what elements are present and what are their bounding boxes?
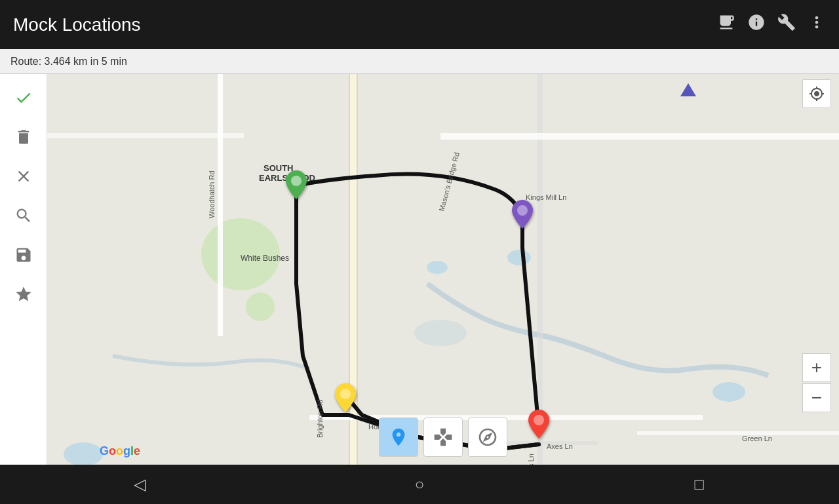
main-area: SOUTH EARLSWOOD White Bushes Kings Mill … xyxy=(0,74,839,465)
svg-point-3 xyxy=(507,250,531,265)
svg-point-5 xyxy=(712,382,745,402)
search-button[interactable] xyxy=(5,197,42,234)
svg-rect-13 xyxy=(47,133,244,138)
start-pin[interactable] xyxy=(286,170,307,202)
svg-point-4 xyxy=(427,261,448,274)
svg-text:White Bushes: White Bushes xyxy=(241,254,289,263)
svg-text:Axes Ln: Axes Ln xyxy=(547,442,573,450)
svg-point-33 xyxy=(534,415,544,425)
svg-text:Brighton Rd: Brighton Rd xyxy=(316,400,324,438)
zoom-in-button[interactable]: + xyxy=(802,353,831,382)
map-view[interactable]: SOUTH EARLSWOOD White Bushes Kings Mill … xyxy=(47,74,839,465)
svg-point-30 xyxy=(291,176,302,186)
topbar-icons xyxy=(717,13,826,36)
waypoint-pin-purple[interactable] xyxy=(512,200,533,231)
mode-buttons xyxy=(379,417,507,457)
google-logo: Google xyxy=(100,444,140,458)
home-button[interactable]: ○ xyxy=(400,465,439,504)
svg-text:Pickets Ln: Pickets Ln xyxy=(527,454,535,465)
svg-point-31 xyxy=(517,205,528,216)
clear-button[interactable] xyxy=(5,158,42,195)
save-button[interactable] xyxy=(5,237,42,273)
waypoint-pin-yellow[interactable] xyxy=(335,383,356,415)
app-title: Mock Locations xyxy=(13,14,717,35)
svg-rect-10 xyxy=(218,74,223,336)
bottom-nav-bar: ◁ ○ □ xyxy=(0,465,839,504)
location-mode-button[interactable] xyxy=(379,417,418,457)
recents-button[interactable]: □ xyxy=(680,465,719,504)
route-info-bar: Route: 3.464 km in 5 min xyxy=(0,49,839,74)
svg-rect-15 xyxy=(637,431,839,435)
compass-mode-button[interactable] xyxy=(468,417,507,457)
more-icon[interactable] xyxy=(808,13,826,36)
svg-text:Green Ln: Green Ln xyxy=(742,435,772,442)
favorite-button[interactable] xyxy=(5,276,42,313)
end-pin[interactable] xyxy=(528,410,549,441)
zoom-out-button[interactable]: − xyxy=(802,383,831,412)
back-button[interactable]: ◁ xyxy=(120,465,159,504)
zoom-controls: + − xyxy=(802,353,831,412)
svg-point-32 xyxy=(340,389,351,399)
locate-button[interactable] xyxy=(802,79,831,108)
svg-point-2 xyxy=(246,292,275,321)
svg-text:Woodhatch Rd: Woodhatch Rd xyxy=(208,170,216,218)
svg-point-7 xyxy=(414,320,467,346)
info-icon[interactable] xyxy=(747,13,766,36)
svg-rect-12 xyxy=(440,133,839,140)
delete-button[interactable] xyxy=(5,119,42,155)
gamepad-mode-button[interactable] xyxy=(423,417,463,457)
wrench-icon[interactable] xyxy=(777,13,796,36)
left-toolbar xyxy=(0,74,47,465)
coffee-icon[interactable] xyxy=(717,13,735,36)
confirm-button[interactable] xyxy=(5,79,42,116)
topbar: Mock Locations xyxy=(0,0,839,49)
route-text: Route: 3.464 km in 5 min xyxy=(10,56,127,68)
